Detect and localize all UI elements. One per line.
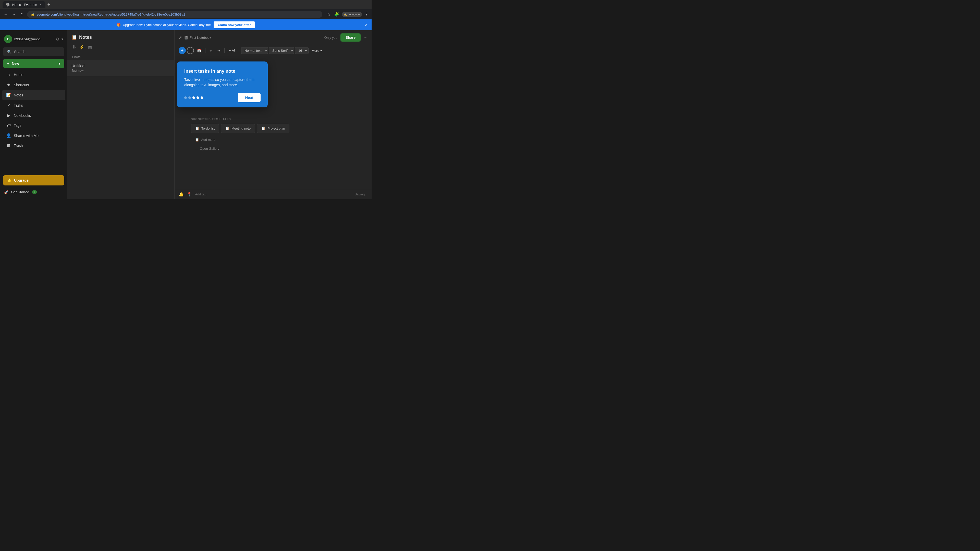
sidebar-item-label: Tasks [14,103,23,107]
trash-icon: 🗑 [6,143,11,148]
dropdown-arrow-icon: ▾ [59,62,60,65]
location-icon[interactable]: 📍 [187,192,192,197]
get-started-label: Get Started [11,190,29,194]
editor-body[interactable]: Insert tasks in any note Tasks live in n… [175,56,372,189]
user-email: b93b1c4d@mood... [14,37,54,41]
active-tab[interactable]: 🐘 Notes - Evernote ✕ [3,1,45,8]
editor-header: ⤢ 📓 First Notebook Only you Share ··· [175,30,372,45]
layout-icon[interactable]: ▦ [87,44,93,51]
gift-icon: 🎁 [117,23,121,27]
tooltip-popup: Insert tasks in any note Tasks live in n… [177,62,268,107]
nav-buttons: ← → ↻ [2,11,25,18]
user-row[interactable]: B b93b1c4d@mood... ⚙ ▾ [0,33,67,46]
address-bar[interactable]: 🔒 evernote.com/client/web?login=true&new… [27,11,322,18]
add-tag-button[interactable]: Add tag [195,192,352,196]
sidebar-item-home[interactable]: ⌂ Home [2,70,65,79]
new-label: New [12,62,19,65]
note-count: 1 note [67,53,174,60]
redo-button[interactable]: ↪ [215,48,222,54]
size-selector[interactable]: 16 [295,47,309,54]
claim-offer-button[interactable]: Claim now your offer [213,21,255,28]
format-selector[interactable]: Normal text [241,47,268,54]
sidebar-item-label: Trash [14,144,23,148]
reminder-icon[interactable]: 🔔 [179,192,184,197]
close-banner-button[interactable]: × [365,22,368,27]
calendar-button[interactable]: 📅 [195,48,203,54]
sort-icon[interactable]: ⇅ [72,44,77,51]
sidebar-item-label: Shortcuts [14,83,29,87]
tooltip-title: Insert tasks in any note [184,68,261,74]
sidebar-item-shared[interactable]: 👤 Shared with Me [2,130,65,141]
reload-button[interactable]: ↻ [18,11,25,18]
open-gallery-button[interactable]: ··· Open Gallery [191,144,223,153]
sidebar-item-notebooks[interactable]: ▶ Notebooks [2,110,65,121]
incognito-badge: 🕵 Incognito [342,12,362,17]
undo-button[interactable]: ↩ [207,48,215,54]
font-selector[interactable]: Sans Serif [269,47,294,54]
dot-4 [197,97,199,99]
chevron-down-icon: ▾ [62,37,63,41]
visibility-label: Only you [325,36,337,40]
suggested-section: SUGGESTED TEMPLATES 📋 To-do list 📋 Meeti… [183,114,363,157]
template-meeting[interactable]: 📋 Meeting note [221,124,255,133]
settings-icon[interactable]: ⚙ [56,37,59,41]
notebook-selector[interactable]: 📓 First Notebook [184,36,211,40]
bookmark-icon[interactable]: ☆ [326,11,331,18]
sidebar-item-notes[interactable]: 📝 Notes [2,90,65,100]
toolbar-separator-3 [239,48,239,53]
insert-button[interactable]: + [179,47,186,54]
editor-panel: ⤢ 📓 First Notebook Only you Share ··· + … [175,30,372,199]
new-tab-button[interactable]: + [46,1,51,8]
address-bar-row: ← → ↻ 🔒 evernote.com/client/web?login=tr… [0,9,372,19]
upgrade-sidebar-button[interactable]: ⭐ Upgrade [3,175,64,186]
extensions-icon[interactable]: 🧩 [333,11,340,18]
get-started-icon: 🚀 [4,190,8,194]
plus-icon: + [7,62,9,65]
template-meeting-label: Meeting note [231,127,251,130]
search-button[interactable]: 🔍 Search [3,47,64,56]
tab-close-button[interactable]: ✕ [39,3,42,6]
next-button[interactable]: Next [238,93,261,102]
home-icon: ⌂ [6,73,11,77]
note-date: Just now [72,69,170,73]
upgrade-star-icon: ⭐ [7,178,11,183]
notebooks-icon: ▶ [6,113,11,118]
tab-favicon: 🐘 [6,3,10,6]
note-item[interactable]: Untitled Just now [67,60,174,76]
sidebar-item-label: Home [14,73,23,77]
suggested-label: SUGGESTED TEMPLATES [191,118,355,121]
editor-more-button[interactable]: ··· [364,35,368,40]
note-list-panel: 📋 Notes ⇅ ⚡ ▦ 1 note Untitled Just now [67,30,175,199]
forward-button[interactable]: → [10,11,18,18]
more-label: More [312,49,319,52]
add-more-button[interactable]: 📋 Add more [191,135,220,144]
ai-button[interactable]: ✦ AI [227,48,237,53]
filter-icon[interactable]: ⚡ [78,44,86,51]
new-button[interactable]: + New ▾ [3,59,64,68]
saving-status: Saving... [355,192,368,196]
gallery-icon: ··· [195,147,198,151]
sidebar-item-tasks[interactable]: ✓ Tasks [2,100,65,110]
banner-message: Upgrade now. Sync across all your device… [123,23,212,27]
dot-5 [200,97,203,99]
task-button[interactable]: ○ [187,47,194,54]
notebook-name: First Notebook [189,36,211,40]
sidebar-item-shortcuts[interactable]: ★ Shortcuts [2,80,65,90]
more-formatting-button[interactable]: More ▾ [310,48,324,54]
sidebar-item-trash[interactable]: 🗑 Trash [2,141,65,151]
chrome-more-icon[interactable]: ⋮ [363,11,369,18]
toolbar-separator [205,48,205,53]
share-button[interactable]: Share [340,33,361,41]
back-button[interactable]: ← [2,11,9,18]
url-text: evernote.com/client/web?login=true&newRe… [37,13,185,16]
search-icon: 🔍 [7,50,11,54]
get-started-row[interactable]: 🚀 Get Started 7 [0,187,67,197]
dot-3 [192,97,195,99]
template-project[interactable]: 📋 Project plan [257,124,290,133]
expand-icon[interactable]: ⤢ [179,35,182,40]
notes-title: 📋 Notes [72,35,92,40]
sidebar-item-tags[interactable]: 🏷 Tags [2,121,65,130]
tooltip-dots [184,97,203,99]
dot-2 [188,97,191,99]
template-todo[interactable]: 📋 To-do list [191,124,219,133]
